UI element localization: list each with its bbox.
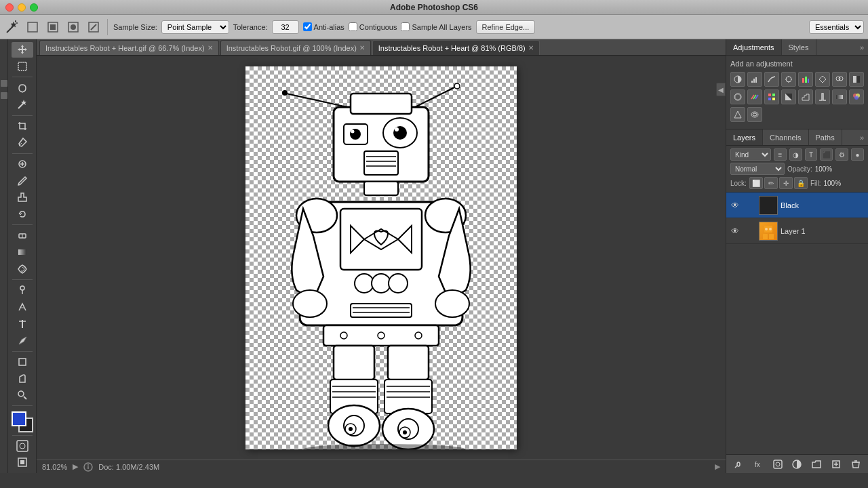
layer-black-visibility-icon[interactable]: 👁 [729, 199, 741, 211]
layer-filter-select[interactable]: Kind [730, 148, 771, 161]
move-tool[interactable] [12, 42, 33, 58]
tolerance-input[interactable] [272, 20, 299, 34]
hue-saturation-icon[interactable] [815, 72, 830, 87]
lock-all-icon[interactable]: 🔒 [794, 177, 808, 189]
tab-1[interactable]: Instructables Robot.gif @ 100% (Index) ✕ [220, 40, 371, 55]
history-brush-tool[interactable] [12, 207, 33, 222]
color-lookup-icon[interactable] [764, 89, 779, 104]
tab-2[interactable]: Instructables Robot + Heart @ 81% (RGB/8… [372, 40, 540, 55]
layer-item-1[interactable]: 👁 Layer 1 [726, 218, 868, 244]
tab-2-close[interactable]: ✕ [528, 44, 534, 52]
eraser-tool[interactable] [12, 228, 33, 243]
add-adjustment-button[interactable] [789, 458, 804, 471]
curves-icon[interactable] [764, 72, 779, 87]
magic-wand-tool[interactable] [12, 97, 33, 113]
crop-tool[interactable] [12, 118, 33, 134]
tool-options-icon-4[interactable] [85, 19, 102, 35]
levels-icon[interactable] [747, 72, 762, 87]
status-right-arrow[interactable]: ▶ [715, 462, 720, 471]
blend-mode-select[interactable]: Normal [730, 163, 785, 175]
essentials-select[interactable]: Essentials [809, 20, 864, 34]
anti-alias-checkbox[interactable] [303, 22, 312, 31]
styles-tab[interactable]: Styles [782, 39, 816, 55]
layer-1-visibility-icon[interactable]: 👁 [729, 225, 741, 237]
maximize-button[interactable] [30, 3, 38, 12]
channel-mixer-icon[interactable] [747, 89, 762, 104]
hand-tool[interactable] [12, 371, 33, 386]
layers-tab[interactable]: Layers [726, 129, 763, 145]
channels-tab[interactable]: Channels [763, 129, 808, 145]
brush-tool[interactable] [12, 173, 33, 188]
brightness-contrast-icon[interactable] [730, 72, 745, 87]
blur-adj-icon[interactable] [747, 107, 762, 122]
lock-paint-icon[interactable]: ✏ [764, 177, 778, 189]
color-balance-icon[interactable] [832, 72, 847, 87]
posterize-icon[interactable] [798, 89, 813, 104]
refine-edge-button[interactable]: Refine Edge... [476, 20, 536, 34]
selection-tool[interactable] [12, 59, 33, 75]
lasso-tool[interactable] [12, 80, 33, 96]
svg-point-93 [786, 77, 791, 82]
tab-0-close[interactable]: ✕ [208, 44, 213, 52]
tab-0[interactable]: Instructables Robot + Heart.gif @ 66.7% … [39, 40, 219, 55]
contiguous-checkbox[interactable] [349, 22, 357, 31]
tool-options-icon-3[interactable] [65, 19, 81, 35]
adjustments-tab[interactable]: Adjustments [726, 39, 782, 55]
filter-toggle[interactable]: ● [851, 148, 864, 161]
adjustments-collapse-icon[interactable]: » [856, 43, 868, 52]
sample-all-layers-checkbox[interactable] [401, 22, 410, 31]
healing-brush-tool[interactable] [12, 157, 33, 172]
minimize-button[interactable] [18, 3, 26, 12]
shape-tool[interactable] [12, 354, 33, 370]
foreground-color-swatch[interactable] [12, 411, 26, 426]
filter-shape-icon[interactable]: ⬛ [820, 148, 833, 161]
tool-options-icon-1[interactable] [24, 19, 41, 35]
screen-mode-tool[interactable] [12, 455, 33, 470]
photo-filter-icon[interactable] [730, 89, 745, 104]
add-style-button[interactable]: fx [751, 458, 766, 471]
zoom-tool[interactable] [12, 388, 33, 403]
delete-layer-button[interactable] [848, 458, 863, 471]
dodge-tool[interactable] [12, 283, 33, 298]
filter-type-icon[interactable]: ≡ [774, 148, 787, 161]
exposure-icon[interactable] [781, 72, 796, 87]
filter-adj-icon[interactable]: ◑ [789, 148, 802, 161]
right-panel-collapse-button[interactable]: ◀ [716, 83, 726, 96]
eyedropper-tool[interactable] [12, 135, 33, 150]
black-white-icon[interactable] [849, 72, 864, 87]
lock-move-icon[interactable]: ✛ [779, 177, 793, 189]
paths-tab[interactable]: Paths [809, 129, 842, 145]
selective-color-icon[interactable] [849, 89, 864, 104]
magic-wand-icon[interactable] [4, 19, 20, 35]
invert-icon[interactable] [781, 89, 796, 104]
color-swatches[interactable] [12, 411, 33, 432]
quick-mask-tool[interactable] [12, 439, 33, 454]
left-panel-icon-1[interactable] [1, 80, 7, 87]
layer-item-black[interactable]: 👁 Black [726, 192, 868, 218]
add-link-button[interactable] [731, 458, 746, 471]
tool-options-icon-2[interactable] [45, 19, 61, 35]
gradient-tool[interactable] [12, 245, 33, 260]
vibrance-icon[interactable] [798, 72, 813, 87]
path-selection-tool[interactable] [12, 333, 33, 348]
sharpen-adj-icon[interactable] [730, 107, 745, 122]
close-button[interactable] [5, 3, 14, 12]
pen-tool[interactable] [12, 300, 33, 315]
threshold-icon[interactable] [815, 89, 830, 104]
new-group-button[interactable] [809, 458, 824, 471]
clone-stamp-tool[interactable] [12, 190, 33, 205]
gradient-map-icon[interactable] [832, 89, 847, 104]
type-tool[interactable] [12, 316, 33, 331]
status-arrow-icon[interactable]: ▶ [73, 462, 78, 471]
tab-1-close[interactable]: ✕ [359, 44, 365, 52]
add-mask-button[interactable] [770, 458, 785, 471]
blur-tool[interactable] [12, 261, 33, 277]
svg-point-124 [769, 228, 772, 230]
filter-smart-icon[interactable]: ⚙ [835, 148, 848, 161]
left-panel-icon-2[interactable] [1, 92, 7, 99]
filter-type2-icon[interactable]: T [805, 148, 818, 161]
sample-size-select[interactable]: Point Sample [161, 20, 229, 34]
new-layer-button[interactable] [829, 458, 844, 471]
lock-transparent-icon[interactable]: ⬜ [749, 177, 763, 189]
layers-collapse-icon[interactable]: » [856, 134, 868, 142]
